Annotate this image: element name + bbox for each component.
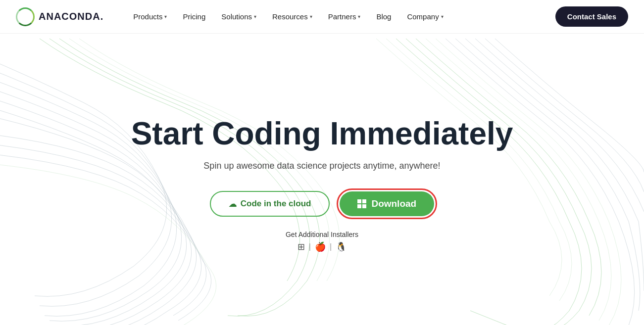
mac-installer-icon[interactable]: 🍎 xyxy=(315,241,326,252)
hero-subtitle: Spin up awesome data science projects an… xyxy=(203,161,440,171)
nav-item-pricing[interactable]: Pricing xyxy=(177,8,211,25)
cloud-icon: ☁ xyxy=(229,199,237,209)
chevron-down-icon: ▾ xyxy=(358,14,360,19)
nav-label-company: Company xyxy=(407,12,439,21)
windows-installer-icon[interactable]: ⊞ xyxy=(297,241,305,252)
chevron-down-icon: ▾ xyxy=(310,14,312,19)
logo-text: ANACONDA. xyxy=(39,11,103,22)
hero-title: Start Coding Immediately xyxy=(131,116,513,151)
nav-item-products[interactable]: Products ▾ xyxy=(127,8,173,25)
nav-item-solutions[interactable]: Solutions ▾ xyxy=(215,8,262,25)
nav-label-solutions: Solutions xyxy=(221,12,252,21)
separator: | xyxy=(330,242,332,251)
linux-installer-icon[interactable]: 🐧 xyxy=(336,241,347,252)
nav-item-company[interactable]: Company ▾ xyxy=(401,8,449,25)
nav-item-blog[interactable]: Blog xyxy=(370,8,397,25)
chevron-down-icon: ▾ xyxy=(164,14,167,19)
hero-content: Start Coding Immediately Spin up awesome… xyxy=(131,116,513,252)
navigation: ANACONDA. Products ▾ Pricing Solutions ▾… xyxy=(0,0,644,34)
code-in-cloud-button[interactable]: ☁ Code in the cloud xyxy=(210,191,330,217)
windows-icon xyxy=(357,199,366,208)
chevron-down-icon: ▾ xyxy=(441,14,444,19)
download-button[interactable]: Download xyxy=(340,191,434,216)
download-button-wrapper: Download xyxy=(340,191,434,216)
chevron-down-icon: ▾ xyxy=(254,14,256,19)
download-label: Download xyxy=(371,198,416,209)
installers-label: Get Additional Installers xyxy=(286,231,358,238)
nav-links: Products ▾ Pricing Solutions ▾ Resources… xyxy=(127,8,555,25)
code-in-cloud-label: Code in the cloud xyxy=(241,199,311,209)
nav-label-resources: Resources xyxy=(272,12,308,21)
installers-section: Get Additional Installers ⊞ | 🍎 | 🐧 xyxy=(286,231,358,252)
separator: | xyxy=(309,242,311,251)
nav-label-pricing: Pricing xyxy=(183,12,205,21)
nav-label-blog: Blog xyxy=(376,12,391,21)
logo-circle-icon xyxy=(16,7,35,26)
hero-buttons: ☁ Code in the cloud Download xyxy=(210,191,434,217)
nav-label-products: Products xyxy=(133,12,162,21)
nav-item-partners[interactable]: Partners ▾ xyxy=(322,8,367,25)
nav-item-resources[interactable]: Resources ▾ xyxy=(266,8,318,25)
installers-icons: ⊞ | 🍎 | 🐧 xyxy=(297,241,347,252)
contact-sales-button[interactable]: Contact Sales xyxy=(555,6,628,27)
hero-section: .wave-line { fill: none; stroke-width: 1… xyxy=(0,34,644,325)
nav-label-partners: Partners xyxy=(328,12,356,21)
logo[interactable]: ANACONDA. xyxy=(16,7,103,26)
